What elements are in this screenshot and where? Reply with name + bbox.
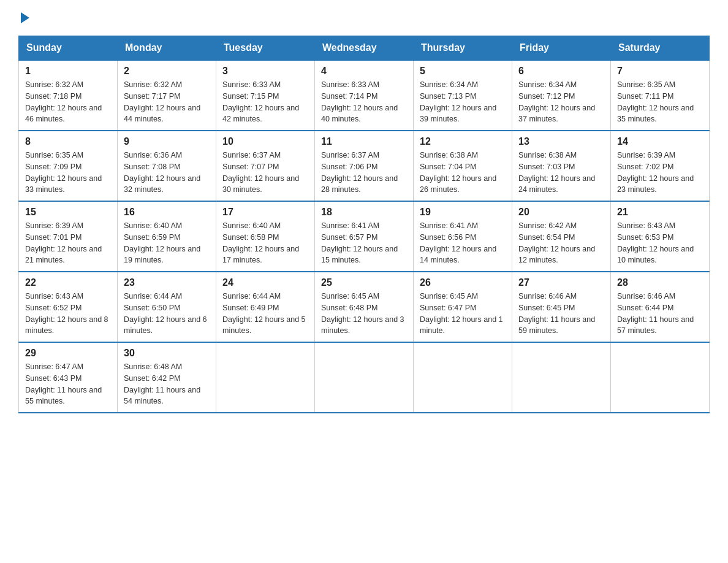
day-number: 13 [518,136,604,147]
day-cell [414,342,512,413]
day-info: Sunrise: 6:33 AMSunset: 7:14 PMDaylight:… [321,79,407,125]
day-info: Sunrise: 6:32 AMSunset: 7:18 PMDaylight:… [25,79,111,125]
day-number: 7 [617,66,703,77]
day-number: 14 [617,136,703,147]
day-number: 19 [420,207,506,218]
day-info: Sunrise: 6:41 AMSunset: 6:57 PMDaylight:… [321,220,407,266]
day-info: Sunrise: 6:41 AMSunset: 6:56 PMDaylight:… [420,220,506,266]
day-cell: 12 Sunrise: 6:38 AMSunset: 7:04 PMDaylig… [414,131,512,201]
day-cell: 6 Sunrise: 6:34 AMSunset: 7:12 PMDayligh… [512,60,611,131]
day-cell: 11 Sunrise: 6:37 AMSunset: 7:06 PMDaylig… [315,131,414,201]
day-cell: 16 Sunrise: 6:40 AMSunset: 6:59 PMDaylig… [118,201,216,272]
day-cell: 19 Sunrise: 6:41 AMSunset: 6:56 PMDaylig… [414,201,512,272]
day-info: Sunrise: 6:38 AMSunset: 7:03 PMDaylight:… [518,150,604,196]
day-cell: 21 Sunrise: 6:43 AMSunset: 6:53 PMDaylig… [611,201,710,272]
day-info: Sunrise: 6:45 AMSunset: 6:48 PMDaylight:… [321,291,407,337]
day-cell [216,342,315,413]
col-header-wednesday: Wednesday [315,36,414,61]
day-cell: 5 Sunrise: 6:34 AMSunset: 7:13 PMDayligh… [414,60,512,131]
day-number: 27 [518,277,604,288]
day-cell: 1 Sunrise: 6:32 AMSunset: 7:18 PMDayligh… [19,60,118,131]
day-cell: 22 Sunrise: 6:43 AMSunset: 6:52 PMDaylig… [19,272,118,342]
day-number: 3 [222,66,308,77]
day-cell: 7 Sunrise: 6:35 AMSunset: 7:11 PMDayligh… [611,60,710,131]
calendar-table: SundayMondayTuesdayWednesdayThursdayFrid… [18,36,710,413]
day-cell: 30 Sunrise: 6:48 AMSunset: 6:42 PMDaylig… [118,342,216,413]
day-number: 4 [321,66,407,77]
day-info: Sunrise: 6:39 AMSunset: 7:02 PMDaylight:… [617,150,703,196]
day-number: 25 [321,277,407,288]
day-info: Sunrise: 6:35 AMSunset: 7:09 PMDaylight:… [25,150,111,196]
day-cell: 14 Sunrise: 6:39 AMSunset: 7:02 PMDaylig… [611,131,710,201]
day-number: 15 [25,207,111,218]
day-number: 22 [25,277,111,288]
week-row-1: 1 Sunrise: 6:32 AMSunset: 7:18 PMDayligh… [19,60,710,131]
day-cell: 26 Sunrise: 6:45 AMSunset: 6:47 PMDaylig… [414,272,512,342]
day-info: Sunrise: 6:40 AMSunset: 6:59 PMDaylight:… [124,220,210,266]
day-info: Sunrise: 6:37 AMSunset: 7:07 PMDaylight:… [222,150,308,196]
day-number: 17 [222,207,308,218]
day-number: 9 [124,136,210,147]
calendar-header-row: SundayMondayTuesdayWednesdayThursdayFrid… [19,36,710,61]
day-info: Sunrise: 6:32 AMSunset: 7:17 PMDaylight:… [124,79,210,125]
day-cell: 29 Sunrise: 6:47 AMSunset: 6:43 PMDaylig… [19,342,118,413]
week-row-5: 29 Sunrise: 6:47 AMSunset: 6:43 PMDaylig… [19,342,710,413]
col-header-friday: Friday [512,36,611,61]
day-number: 24 [222,277,308,288]
day-cell: 9 Sunrise: 6:36 AMSunset: 7:08 PMDayligh… [118,131,216,201]
day-info: Sunrise: 6:47 AMSunset: 6:43 PMDaylight:… [25,361,111,407]
day-cell: 13 Sunrise: 6:38 AMSunset: 7:03 PMDaylig… [512,131,611,201]
day-cell: 3 Sunrise: 6:33 AMSunset: 7:15 PMDayligh… [216,60,315,131]
day-info: Sunrise: 6:43 AMSunset: 6:52 PMDaylight:… [25,291,111,337]
day-info: Sunrise: 6:38 AMSunset: 7:04 PMDaylight:… [420,150,506,196]
page-header [18,12,710,23]
col-header-thursday: Thursday [414,36,512,61]
day-cell [512,342,611,413]
day-number: 29 [25,348,111,359]
day-number: 21 [617,207,703,218]
day-info: Sunrise: 6:46 AMSunset: 6:44 PMDaylight:… [617,291,703,337]
week-row-3: 15 Sunrise: 6:39 AMSunset: 7:01 PMDaylig… [19,201,710,272]
day-info: Sunrise: 6:36 AMSunset: 7:08 PMDaylight:… [124,150,210,196]
day-cell: 10 Sunrise: 6:37 AMSunset: 7:07 PMDaylig… [216,131,315,201]
day-cell: 20 Sunrise: 6:42 AMSunset: 6:54 PMDaylig… [512,201,611,272]
day-cell: 4 Sunrise: 6:33 AMSunset: 7:14 PMDayligh… [315,60,414,131]
logo [18,12,29,23]
day-number: 16 [124,207,210,218]
day-number: 1 [25,66,111,77]
col-header-saturday: Saturday [611,36,710,61]
day-number: 8 [25,136,111,147]
day-info: Sunrise: 6:42 AMSunset: 6:54 PMDaylight:… [518,220,604,266]
day-number: 26 [420,277,506,288]
col-header-monday: Monday [118,36,216,61]
day-cell [315,342,414,413]
day-cell: 2 Sunrise: 6:32 AMSunset: 7:17 PMDayligh… [118,60,216,131]
day-number: 30 [124,348,210,359]
day-info: Sunrise: 6:45 AMSunset: 6:47 PMDaylight:… [420,291,506,337]
day-info: Sunrise: 6:44 AMSunset: 6:49 PMDaylight:… [222,291,308,337]
day-number: 2 [124,66,210,77]
day-cell [611,342,710,413]
day-info: Sunrise: 6:46 AMSunset: 6:45 PMDaylight:… [518,291,604,337]
day-info: Sunrise: 6:34 AMSunset: 7:13 PMDaylight:… [420,79,506,125]
day-number: 5 [420,66,506,77]
day-info: Sunrise: 6:43 AMSunset: 6:53 PMDaylight:… [617,220,703,266]
week-row-2: 8 Sunrise: 6:35 AMSunset: 7:09 PMDayligh… [19,131,710,201]
day-number: 10 [222,136,308,147]
day-cell: 28 Sunrise: 6:46 AMSunset: 6:44 PMDaylig… [611,272,710,342]
day-cell: 25 Sunrise: 6:45 AMSunset: 6:48 PMDaylig… [315,272,414,342]
day-cell: 18 Sunrise: 6:41 AMSunset: 6:57 PMDaylig… [315,201,414,272]
day-number: 23 [124,277,210,288]
day-info: Sunrise: 6:37 AMSunset: 7:06 PMDaylight:… [321,150,407,196]
day-info: Sunrise: 6:40 AMSunset: 6:58 PMDaylight:… [222,220,308,266]
day-info: Sunrise: 6:39 AMSunset: 7:01 PMDaylight:… [25,220,111,266]
day-number: 18 [321,207,407,218]
day-cell: 24 Sunrise: 6:44 AMSunset: 6:49 PMDaylig… [216,272,315,342]
day-info: Sunrise: 6:34 AMSunset: 7:12 PMDaylight:… [518,79,604,125]
week-row-4: 22 Sunrise: 6:43 AMSunset: 6:52 PMDaylig… [19,272,710,342]
day-cell: 15 Sunrise: 6:39 AMSunset: 7:01 PMDaylig… [19,201,118,272]
day-info: Sunrise: 6:33 AMSunset: 7:15 PMDaylight:… [222,79,308,125]
day-number: 11 [321,136,407,147]
day-info: Sunrise: 6:35 AMSunset: 7:11 PMDaylight:… [617,79,703,125]
day-number: 6 [518,66,604,77]
